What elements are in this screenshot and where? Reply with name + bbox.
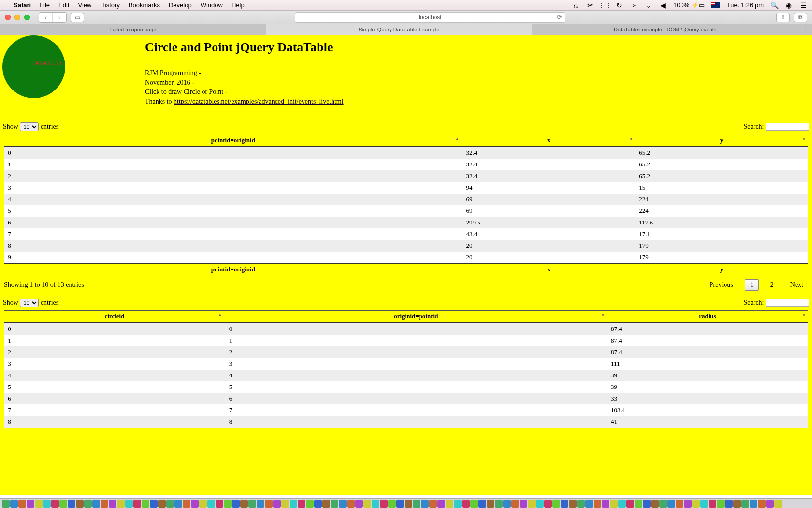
dock-app-icon[interactable] — [18, 500, 26, 508]
dock-app-icon[interactable] — [281, 500, 289, 508]
page-next[interactable]: Next — [785, 280, 808, 290]
table-row[interactable]: 1187.4 — [4, 335, 808, 346]
col-radius[interactable]: radius♦ — [607, 311, 808, 323]
dock-app-icon[interactable] — [150, 500, 158, 508]
dock-app-icon[interactable] — [659, 500, 667, 508]
dock-app-icon[interactable] — [478, 500, 486, 508]
dock-app-icon[interactable] — [585, 500, 593, 508]
col-pointid[interactable]: pointid=originid▲ — [4, 134, 462, 147]
dock-app-icon[interactable] — [388, 500, 396, 508]
dock-app-icon[interactable] — [133, 500, 141, 508]
dock-app-icon[interactable] — [733, 500, 741, 508]
drawn-circle[interactable]: (43.4,17.1) — [2, 35, 65, 98]
pointid-link[interactable]: pointid — [419, 313, 438, 320]
dock-app-icon[interactable] — [676, 500, 683, 508]
tab-datatables-example[interactable]: DataTables example - DOM / jQuery events — [532, 24, 798, 35]
dock-app-icon[interactable] — [577, 500, 585, 508]
menu-develop[interactable]: Develop — [169, 1, 192, 9]
dock-app-icon[interactable] — [339, 500, 347, 508]
spotlight-icon[interactable]: 🔍 — [770, 1, 778, 9]
dock-app-icon[interactable] — [421, 500, 429, 508]
dock-app-icon[interactable] — [495, 500, 503, 508]
dock-app-icon[interactable] — [59, 500, 67, 508]
originid-link[interactable]: originid — [234, 136, 255, 144]
dock-app-icon[interactable] — [273, 500, 281, 508]
table-row[interactable]: 132.465.2 — [4, 159, 808, 170]
share-button[interactable]: ⇪ — [776, 13, 790, 22]
dock-app-icon[interactable] — [191, 500, 199, 508]
dock-app-icon[interactable] — [544, 500, 552, 508]
dock-app-icon[interactable] — [355, 500, 363, 508]
dock-app-icon[interactable] — [446, 500, 453, 508]
back-button[interactable]: ‹ — [39, 13, 53, 22]
table-row[interactable]: 8841 — [4, 416, 808, 428]
menu-view[interactable]: View — [78, 1, 92, 9]
dock-app-icon[interactable] — [76, 500, 84, 508]
minimize-window-icon[interactable] — [14, 15, 20, 20]
table-row[interactable]: 569224 — [4, 205, 808, 217]
dock-app-icon[interactable] — [27, 500, 34, 508]
dock-app-icon[interactable] — [725, 500, 733, 508]
dock-app-icon[interactable] — [651, 500, 659, 508]
dock-app-icon[interactable] — [758, 500, 766, 508]
menu-help[interactable]: Help — [232, 1, 245, 9]
dock-app-icon[interactable] — [265, 500, 273, 508]
dock-app-icon[interactable] — [314, 500, 322, 508]
macos-dock[interactable] — [0, 498, 812, 508]
col-x[interactable]: x♦ — [462, 134, 635, 147]
table-row[interactable]: 743.417.1 — [4, 228, 808, 240]
dock-app-icon[interactable] — [561, 500, 568, 508]
page-previous[interactable]: Previous — [705, 280, 738, 290]
dock-app-icon[interactable] — [750, 500, 757, 508]
dock-app-icon[interactable] — [454, 500, 462, 508]
dock-app-icon[interactable] — [183, 500, 190, 508]
timemachine-icon[interactable]: ↻ — [615, 1, 623, 9]
status-icon-3[interactable]: ⋮⋮ — [601, 1, 609, 9]
dock-app-icon[interactable] — [298, 500, 305, 508]
notification-icon[interactable]: ◉ — [785, 1, 793, 9]
dock-app-icon[interactable] — [142, 500, 149, 508]
dock-app-icon[interactable] — [290, 500, 297, 508]
table-row[interactable]: 39415 — [4, 182, 808, 194]
dock-app-icon[interactable] — [503, 500, 511, 508]
dock-app-icon[interactable] — [257, 500, 264, 508]
dock-app-icon[interactable] — [248, 500, 256, 508]
dock-app-icon[interactable] — [199, 500, 207, 508]
table-row[interactable]: 6299.5117.6 — [4, 217, 808, 228]
table-row[interactable]: 469224 — [4, 194, 808, 205]
dock-app-icon[interactable] — [109, 500, 116, 508]
clock[interactable]: Tue. 1:26 pm — [727, 1, 764, 9]
volume-icon[interactable]: ◀ — [659, 1, 667, 9]
table-row[interactable]: 032.465.2 — [4, 147, 808, 159]
dock-app-icon[interactable] — [372, 500, 379, 508]
dock-app-icon[interactable] — [43, 500, 51, 508]
dock-app-icon[interactable] — [528, 500, 536, 508]
dock-app-icon[interactable] — [709, 500, 716, 508]
table-row[interactable]: 2287.4 — [4, 346, 808, 358]
dock-app-icon[interactable] — [240, 500, 248, 508]
dock-app-icon[interactable] — [700, 500, 708, 508]
dock-app-icon[interactable] — [84, 500, 92, 508]
dock-app-icon[interactable] — [437, 500, 445, 508]
dock-app-icon[interactable] — [174, 500, 182, 508]
dock-app-icon[interactable] — [2, 500, 10, 508]
dock-app-icon[interactable] — [741, 500, 749, 508]
dock-app-icon[interactable] — [429, 500, 437, 508]
dock-app-icon[interactable] — [380, 500, 388, 508]
dock-app-icon[interactable] — [618, 500, 626, 508]
dock-app-icon[interactable] — [92, 500, 100, 508]
dock-app-icon[interactable] — [216, 500, 223, 508]
table-row[interactable]: 4439 — [4, 370, 808, 381]
dock-app-icon[interactable] — [224, 500, 232, 508]
dock-app-icon[interactable] — [363, 500, 371, 508]
sidebar-button[interactable]: ▭ — [71, 13, 84, 22]
dock-app-icon[interactable] — [396, 500, 404, 508]
dock-app-icon[interactable] — [125, 500, 133, 508]
col-originid[interactable]: originid=pointid♦ — [225, 311, 607, 323]
dock-app-icon[interactable] — [717, 500, 725, 508]
dock-app-icon[interactable] — [635, 500, 642, 508]
table-row[interactable]: 820179 — [4, 240, 808, 252]
col-y[interactable]: y♦ — [635, 134, 808, 147]
tabs-button[interactable]: ⧉ — [794, 13, 807, 22]
dock-app-icon[interactable] — [68, 500, 75, 508]
